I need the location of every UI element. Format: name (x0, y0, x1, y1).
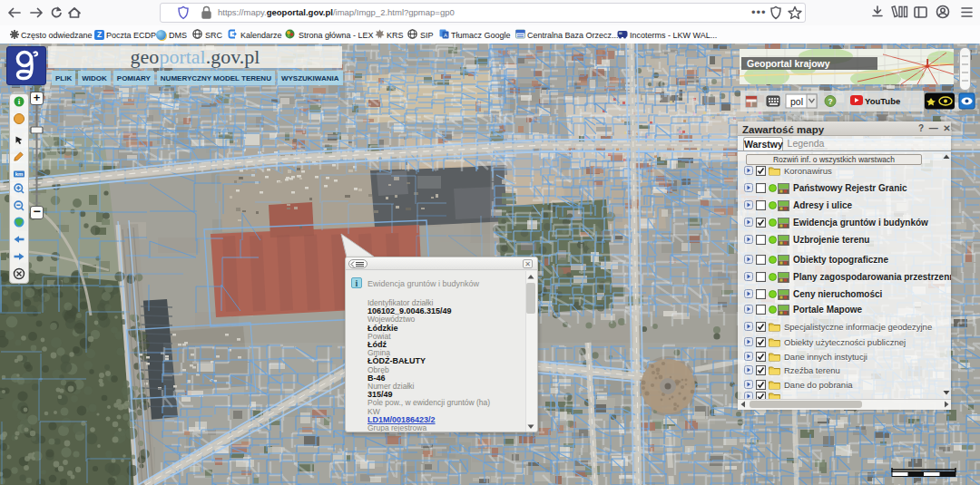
svg-text:km: km (15, 171, 24, 177)
svg-text:pol: pol (790, 96, 803, 107)
svg-text:Geoportal krajowy: Geoportal krajowy (747, 58, 830, 69)
svg-text:YouTube: YouTube (865, 96, 900, 106)
svg-text:?: ? (828, 97, 832, 106)
svg-text:A: A (444, 33, 447, 38)
